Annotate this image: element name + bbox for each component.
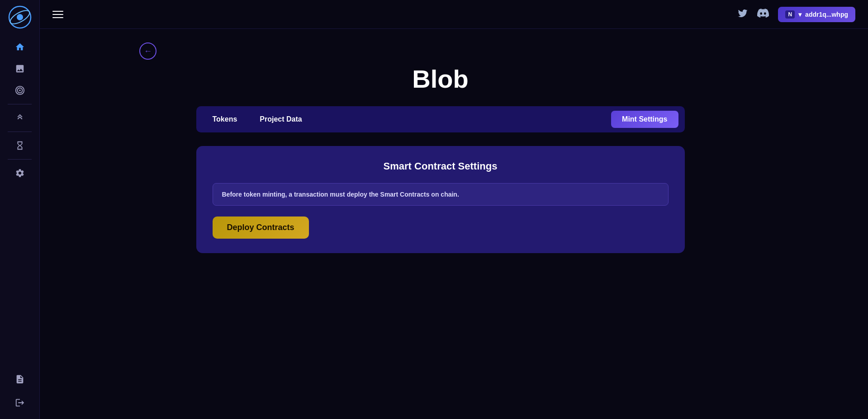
contract-info-box: Before token minting, a transaction must…: [213, 183, 669, 206]
mint-settings-button[interactable]: Mint Settings: [611, 111, 678, 128]
content-area: ← Blob Tokens Project Data Mint Settings…: [40, 29, 868, 419]
sidebar-divider-2: [8, 132, 31, 132]
header-left: [52, 11, 63, 18]
header-right: N ▾ addr1q...whpg: [737, 7, 855, 22]
logout-icon[interactable]: [10, 393, 30, 413]
settings-icon[interactable]: [10, 163, 30, 183]
chevron-up-icon[interactable]: [10, 108, 30, 128]
contract-card-title: Smart Contract Settings: [213, 160, 669, 172]
tab-tokens[interactable]: Tokens: [203, 112, 247, 127]
wallet-button[interactable]: N ▾ addr1q...whpg: [778, 7, 855, 22]
sidebar: [0, 0, 40, 419]
home-icon[interactable]: [10, 37, 30, 57]
svg-point-2: [17, 14, 23, 20]
hamburger-menu[interactable]: [52, 11, 63, 18]
tab-project-data[interactable]: Project Data: [250, 112, 312, 127]
header: N ▾ addr1q...whpg: [40, 0, 868, 29]
back-arrow-icon: ←: [144, 47, 152, 56]
deploy-contracts-button[interactable]: Deploy Contracts: [213, 217, 309, 239]
docs-icon[interactable]: [10, 369, 30, 389]
svg-point-5: [19, 89, 21, 91]
contract-card: Smart Contract Settings Before token min…: [196, 146, 685, 253]
page-wrapper: ← Blob Tokens Project Data Mint Settings…: [139, 42, 741, 253]
app-logo[interactable]: [8, 5, 32, 29]
target-icon[interactable]: [10, 80, 30, 100]
discord-icon[interactable]: [757, 7, 769, 22]
twitter-icon[interactable]: [737, 8, 748, 21]
sidebar-divider-3: [8, 159, 31, 160]
main-content: N ▾ addr1q...whpg ← Blob Tokens Project …: [40, 0, 868, 419]
tabs-bar: Tokens Project Data Mint Settings: [196, 106, 685, 132]
gallery-icon[interactable]: [10, 59, 30, 79]
page-title: Blob: [412, 64, 468, 94]
network-badge: N: [785, 10, 795, 19]
back-button[interactable]: ←: [139, 42, 157, 60]
hourglass-icon[interactable]: [10, 136, 30, 155]
sidebar-divider-1: [8, 104, 31, 104]
wallet-address: addr1q...whpg: [805, 11, 848, 18]
contract-info-text: Before token minting, a transaction must…: [222, 191, 659, 198]
sidebar-bottom: [10, 368, 30, 414]
network-dropdown-icon: ▾: [798, 11, 802, 18]
